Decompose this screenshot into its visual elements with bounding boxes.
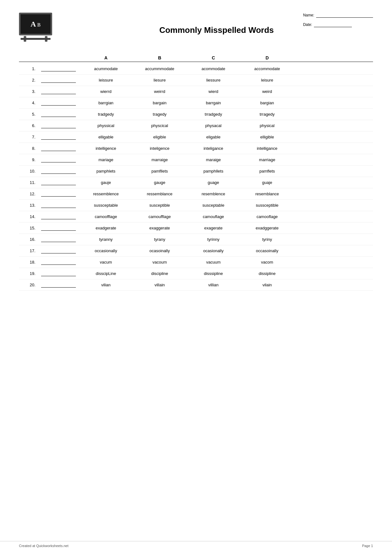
word-col-a: gauje bbox=[79, 180, 133, 185]
date-field[interactable] bbox=[314, 22, 352, 27]
rows-container: 1. acummodate accummmodate acommodate ac… bbox=[19, 63, 373, 291]
answer-blank[interactable] bbox=[41, 123, 76, 128]
row-number: 8. bbox=[19, 146, 38, 151]
answer-blank[interactable] bbox=[41, 66, 76, 71]
word-col-b: inteligence bbox=[133, 146, 187, 151]
word-col-d: weird bbox=[240, 89, 294, 94]
col-header-c: C bbox=[187, 55, 240, 60]
word-col-d: occasoinally bbox=[240, 248, 294, 253]
answer-blank[interactable] bbox=[41, 260, 76, 265]
word-col-d: tyriny bbox=[240, 237, 294, 242]
word-col-a: occasionally bbox=[79, 248, 133, 253]
row-number: 7. bbox=[19, 135, 38, 139]
word-col-a: exadgerate bbox=[79, 226, 133, 230]
answer-blank[interactable] bbox=[41, 271, 76, 276]
answer-blank[interactable] bbox=[41, 100, 76, 106]
word-col-a: vacum bbox=[79, 260, 133, 265]
word-col-c: disssipline bbox=[187, 271, 240, 276]
word-col-c: inteligance bbox=[187, 146, 240, 151]
word-col-a: physsical bbox=[79, 123, 133, 128]
answer-blank[interactable] bbox=[41, 203, 76, 208]
word-col-c: tyrinny bbox=[187, 237, 240, 242]
word-col-c: maraige bbox=[187, 157, 240, 162]
blackboard-illustration: A B bbox=[19, 13, 54, 43]
word-col-d: camooflage bbox=[240, 214, 294, 219]
word-col-c: wierd bbox=[187, 89, 240, 94]
footer-credit: Created at Quickworksheets.net bbox=[19, 544, 69, 548]
col-header-d: D bbox=[240, 55, 294, 60]
table-row: 14. camoofflage camoufflage camouflage c… bbox=[19, 211, 373, 222]
answer-blank[interactable] bbox=[41, 135, 76, 140]
answer-blank[interactable] bbox=[41, 89, 76, 94]
answer-blank[interactable] bbox=[41, 169, 76, 174]
row-number: 12. bbox=[19, 192, 38, 196]
row-number: 1. bbox=[19, 66, 38, 71]
word-col-b: physcical bbox=[133, 123, 187, 128]
word-col-b: marraige bbox=[133, 157, 187, 162]
answer-blank[interactable] bbox=[41, 214, 76, 219]
word-col-d: bargian bbox=[240, 100, 294, 105]
word-col-a: mariage bbox=[79, 157, 133, 162]
answer-blank[interactable] bbox=[41, 157, 76, 162]
table-row: 10. pamphlets pamfllets pamphllets pamfl… bbox=[19, 166, 373, 177]
page: Name: Date: A B Commonly Missp bbox=[0, 0, 392, 554]
name-line: Name: bbox=[303, 13, 373, 18]
word-col-d: exadggerate bbox=[240, 226, 294, 230]
word-col-d: marriage bbox=[240, 157, 294, 162]
word-col-a: ressemblence bbox=[79, 192, 133, 196]
answer-blank[interactable] bbox=[41, 283, 76, 288]
word-col-b: bargain bbox=[133, 100, 187, 105]
answer-blank[interactable] bbox=[41, 146, 76, 151]
answer-blank[interactable] bbox=[41, 180, 76, 185]
word-col-d: physical bbox=[240, 123, 294, 128]
row-number: 17. bbox=[19, 248, 38, 253]
word-col-a: leissure bbox=[79, 78, 133, 82]
answer-blank[interactable] bbox=[41, 192, 76, 197]
word-col-d: trragedy bbox=[240, 112, 294, 117]
word-col-c: eligable bbox=[187, 135, 240, 139]
word-col-b: exaggerate bbox=[133, 226, 187, 230]
row-number: 3. bbox=[19, 89, 38, 94]
row-number: 13. bbox=[19, 203, 38, 208]
word-col-b: weirrd bbox=[133, 89, 187, 94]
answer-blank[interactable] bbox=[41, 248, 76, 253]
row-number: 16. bbox=[19, 237, 38, 242]
answer-blank[interactable] bbox=[41, 112, 76, 117]
table-row: 3. wierrd weirrd wierd weird bbox=[19, 86, 373, 97]
table-row: 18. vacum vacoum vacuum vacom bbox=[19, 257, 373, 268]
answer-blank[interactable] bbox=[41, 226, 76, 231]
col-header-blank bbox=[38, 55, 79, 60]
table-row: 17. occasionally ocasoinally ocasionally… bbox=[19, 245, 373, 257]
word-col-b: ocasoinally bbox=[133, 248, 187, 253]
logo-area: A B bbox=[19, 13, 60, 43]
page-title: Commonly Misspelled Words bbox=[159, 25, 274, 35]
table-row: 16. tyranny tyrany tyrinny tyriny bbox=[19, 234, 373, 245]
table-row: 1. acummodate accummmodate acommodate ac… bbox=[19, 63, 373, 75]
footer-page: Page 1 bbox=[362, 544, 373, 548]
date-line: Date: bbox=[303, 22, 373, 27]
word-col-a: sussceptable bbox=[79, 203, 133, 208]
name-field[interactable] bbox=[316, 13, 373, 18]
row-number: 20. bbox=[19, 283, 38, 287]
word-col-d: resemblance bbox=[240, 192, 294, 196]
row-number: 6. bbox=[19, 123, 38, 128]
word-col-b: liesure bbox=[133, 78, 187, 82]
word-col-d: pamflets bbox=[240, 169, 294, 174]
row-number: 15. bbox=[19, 226, 38, 230]
table-row: 13. sussceptable susceptible susceptable… bbox=[19, 200, 373, 211]
answer-blank[interactable] bbox=[41, 237, 76, 242]
table-row: 7. elligable eligible eligable elligible bbox=[19, 131, 373, 143]
row-number: 19. bbox=[19, 271, 38, 276]
word-col-a: elligable bbox=[79, 135, 133, 139]
table-row: 8. intelligence inteligence inteligance … bbox=[19, 143, 373, 154]
column-headers: A B C D bbox=[19, 55, 373, 62]
table-row: 2. leissure liesure liessure leisure bbox=[19, 75, 373, 86]
word-col-c: trradgedy bbox=[187, 112, 240, 117]
word-col-c: exagerate bbox=[187, 226, 240, 230]
answer-blank[interactable] bbox=[41, 78, 76, 83]
word-col-d: elligible bbox=[240, 135, 294, 139]
word-col-c: camouflage bbox=[187, 214, 240, 219]
word-col-b: gauge bbox=[133, 180, 187, 185]
col-header-num bbox=[19, 55, 38, 60]
word-col-b: accummmodate bbox=[133, 66, 187, 71]
